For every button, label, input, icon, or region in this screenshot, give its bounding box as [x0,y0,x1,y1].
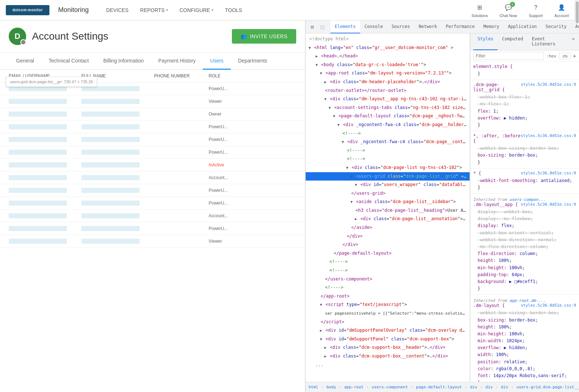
tree-dcm-page-holder[interactable]: <div _ngcontent-fwa-c4 class="dcm-page__… [306,121,470,129]
tree-close-app-root[interactable]: </app-root> [306,292,470,301]
tree-dcm-annotation[interactable]: <div class="dcm-page-list__annotation">…… [306,215,470,223]
invite-users-button[interactable]: 👥 INVITE USERS [232,29,296,44]
filter-pseudo-button[interactable]: :hov [547,54,556,58]
table-row[interactable]: PowerU... [0,184,305,197]
tree-dots[interactable]: ... [306,361,470,369]
tab-computed[interactable]: Computed [498,33,527,50]
nav-tools[interactable]: TOOLS [219,0,248,20]
tree-dcm-page-list[interactable]: <div class="dcm-page-list ng-tns-c43-102… [306,163,470,172]
rule-source[interactable]: styles.5c36.0d51e.css:9 [521,82,576,87]
nav-configure[interactable]: CONFIGURE▾ [174,0,219,20]
tab-departments[interactable]: Departments [231,53,274,70]
tree-dm-header[interactable]: <div class="dm-header-placeholder">…</di… [306,78,470,86]
rule-source[interactable]: styles.5c36.0d51e.css:9 [521,303,576,308]
tree-comment3[interactable]: <!----> [306,155,470,163]
tab-users[interactable]: Users [203,53,231,70]
breadcrumb-users-grid[interactable]: users-grid.dcm-page-list__grid [516,385,579,389]
tab-sources[interactable]: Sources [387,20,414,33]
account-nav-item[interactable]: 👤 Account [550,1,573,19]
breadcrumb-html[interactable]: html [309,385,318,389]
breadcrumb-div3[interactable]: div [501,385,508,389]
tab-event-listeners[interactable]: Event Listeners [527,33,571,50]
tab-memory[interactable]: Memory [479,20,503,33]
scrollbar[interactable] [575,0,579,20]
nav-reports[interactable]: REPORTS▾ [134,0,174,20]
breadcrumb-div1[interactable]: div [470,385,477,389]
inherited-from-link[interactable]: users-compon... [509,197,545,202]
breadcrumb-body[interactable]: body [326,385,336,389]
tree-close-aside[interactable]: </aside> [306,223,470,232]
tab-payment-history[interactable]: Payment History [151,53,203,70]
tab-console[interactable]: Console [360,20,387,33]
inherited-from-link-2[interactable]: app-root.dm-... [509,298,545,303]
scrollbar-thumb[interactable] [576,1,579,23]
tree-app-root[interactable]: <app-root class="dm-layout ng-version="7… [306,69,470,78]
tree-h3[interactable]: <h3 class="dcm-page-list__heading">User … [306,206,470,215]
tree-comment5[interactable]: <!----> [306,266,470,275]
tree-dm-support-panel[interactable]: <div id="dmSupportPanel" class="dcm-supp… [306,335,470,344]
table-row[interactable]: PowerU... [0,121,305,133]
rule-source[interactable]: styles.5c36.0d51e.css:9 [521,133,576,138]
table-row[interactable]: Viewer [0,235,305,248]
styles-filter-input[interactable] [473,52,544,60]
breadcrumb-app-root[interactable]: app-root [344,385,363,389]
tree-close-div1[interactable]: </div> [306,232,470,241]
tree-page-default-layout[interactable]: <page-default-layout class="dcm-page _ng… [306,112,470,121]
table-row[interactable]: PowerU... [0,133,305,146]
tree-doctype[interactable]: <!doctype html> [306,35,470,44]
tree-head[interactable]: <head>…</head> [306,52,470,61]
solutions-nav-item[interactable]: ⊞ Solutions [467,1,492,19]
inspect-element-button[interactable]: ⊡ [307,22,317,32]
nav-devices[interactable]: DEVICES [100,0,134,20]
tab-billing-information[interactable]: Billing Information [96,53,151,70]
table-row[interactable]: InActive [0,159,305,171]
tree-dm-overlay[interactable]: <div id="dmSupportPanelOverlay" class="d… [306,326,470,335]
tree-close-div2[interactable]: </div> [306,241,470,249]
tree-close-script[interactable]: </script> [306,318,470,327]
table-row[interactable]: PowerU... [0,197,305,210]
tree-comment1[interactable]: <!----> [306,129,470,138]
tree-dm-layout-app[interactable]: <div class="dm-layout__app ng-tns-c43-10… [306,95,470,104]
tree-support-content[interactable]: <div class="dcm-support-box__content">…<… [306,352,470,361]
filter-cls-button[interactable]: .cls [559,53,570,59]
tree-router-outlet[interactable]: <router-outlet></router-outlet> [306,86,470,95]
tab-application[interactable]: Application [503,20,541,33]
table-row[interactable]: PowerU... [0,222,305,235]
tree-support-header[interactable]: <div class="dcm-support-box__header">…</… [306,343,470,352]
rule-source[interactable]: styles.5c36.0d51e.css:9 [521,171,576,175]
table-row[interactable]: Viewer [0,95,305,108]
tree-close-page-default[interactable]: </page-default-layout> [306,249,470,258]
table-row[interactable]: PowerU... [0,146,305,159]
tree-datatables-wrapper[interactable]: <div id="users_wrapper" class="dataTable… [306,181,470,189]
table-row[interactable]: Owner [0,108,305,121]
rule-source[interactable]: styles.5c36.0d51e.css:9 [521,202,576,207]
device-mode-button[interactable]: ⬚ [317,22,327,32]
tree-close-users-component[interactable]: </users-component> [306,275,470,284]
support-nav-item[interactable]: ? Support [524,1,547,19]
tree-comment6[interactable]: <!----> [306,283,470,292]
tab-network[interactable]: Network [414,20,442,33]
tab-general[interactable]: General [9,53,41,70]
chat-nav-item[interactable]: 💬 2 Chat Now [495,1,521,19]
breadcrumb-div2[interactable]: div [486,385,493,389]
table-row[interactable]: Account... [0,171,305,184]
elements-tree[interactable]: <!doctype html> <html lang="en" class="g… [306,33,470,382]
tree-close-users-grid[interactable]: </users-grid> [306,189,470,198]
tab-elements[interactable]: Elements [330,20,360,33]
tree-body[interactable]: <body class="data-gr-c-s-loaded='true'"> [306,61,470,69]
tree-html[interactable]: <html lang="en" class="gr__user_dotcom-m… [306,44,470,52]
tab-technical-contact[interactable]: Technical Contact [41,53,96,70]
breadcrumb-page-default-layout[interactable]: page-default-layout [416,385,462,389]
tree-aside[interactable]: <aside class="dcm-page-list__sidebar"> [306,198,470,206]
breadcrumb-users-component[interactable]: users-component [372,385,408,389]
table-row[interactable]: Account... [0,210,305,222]
tree-comment4[interactable]: <!----> [306,258,470,266]
styles-more-button[interactable]: » [571,33,576,50]
tree-account-settings-tabs[interactable]: <account-settings-tabs class="ng-tns-c43… [306,104,470,112]
tree-users-grid[interactable]: <users-grid class="dcm-page-list__grid" … [306,172,470,181]
tab-styles[interactable]: Styles [473,33,498,50]
tree-dcm-page-container[interactable]: <div _ngcontent-fwa-c4 class="dcm-page__… [306,138,470,146]
add-style-button[interactable]: + [573,53,576,59]
logo[interactable]: dotcom·monitor [6,5,49,15]
tab-performance[interactable]: Performance [442,20,479,33]
